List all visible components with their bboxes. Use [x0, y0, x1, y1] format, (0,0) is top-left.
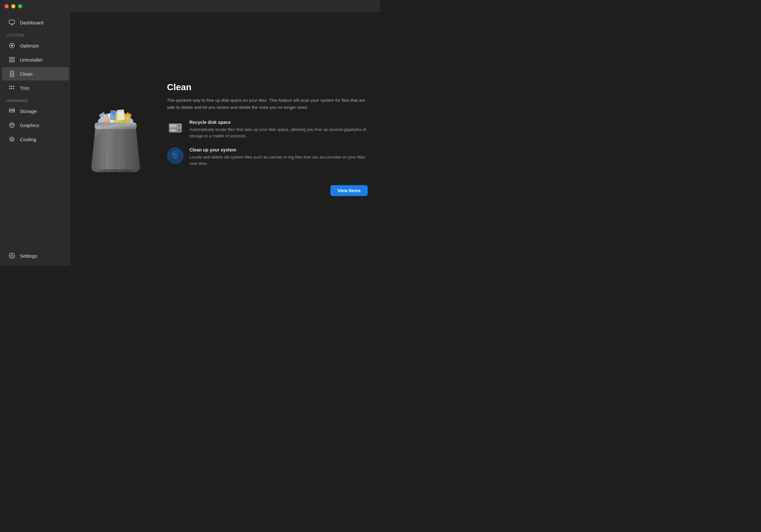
view-items-button[interactable]: View Items: [330, 185, 368, 196]
feature-cleanup: Clean up your system Locate and delete o…: [167, 147, 368, 167]
svg-rect-11: [13, 57, 15, 59]
sidebar: Dashboard Utilities Optimize: [0, 12, 71, 266]
monitor-icon: [8, 19, 16, 26]
recycle-disk-icon: [167, 120, 184, 136]
content-inner: Clean The quickest way to free up disk s…: [84, 82, 368, 196]
sidebar-item-uninstaller-label: Uninstaller: [20, 57, 43, 63]
clean-icon: [8, 70, 16, 77]
page-description: The quickest way to free up disk space o…: [167, 97, 368, 111]
svg-point-25: [13, 111, 14, 112]
sidebar-item-settings[interactable]: Settings: [2, 249, 69, 262]
trim-icon: [8, 84, 16, 91]
cleanup-icon: [167, 147, 184, 164]
svg-rect-38: [110, 110, 117, 120]
svg-point-14: [11, 73, 13, 76]
feature-recycle-title: Recycle disk space: [190, 120, 368, 125]
svg-rect-20: [11, 88, 12, 89]
svg-point-45: [97, 169, 134, 172]
sidebar-item-storage[interactable]: Storage: [2, 104, 69, 118]
svg-rect-23: [9, 111, 15, 112]
feature-cleanup-text: Clean up your system Locate and delete o…: [190, 147, 368, 167]
svg-rect-13: [13, 60, 15, 62]
info-panel: Clean The quickest way to free up disk s…: [167, 82, 368, 196]
svg-point-49: [178, 129, 180, 131]
hardware-section-label: Hardware: [0, 95, 71, 104]
sidebar-item-cooling[interactable]: Cooling: [2, 133, 69, 146]
sidebar-item-trim[interactable]: Trim: [2, 81, 69, 95]
sidebar-item-graphics-label: Graphics: [20, 123, 39, 128]
svg-point-32: [11, 255, 13, 257]
storage-icon: [8, 107, 16, 115]
sidebar-item-graphics[interactable]: Graphics: [2, 118, 69, 132]
svg-point-55: [177, 151, 178, 152]
app-body: Dashboard Utilities Optimize: [0, 12, 380, 266]
sidebar-item-uninstaller[interactable]: Uninstaller: [2, 53, 69, 67]
svg-rect-19: [9, 88, 10, 89]
sidebar-item-optimize-label: Optimize: [20, 43, 39, 48]
sidebar-item-clean-label: Clean: [20, 71, 32, 77]
svg-rect-39: [117, 109, 125, 120]
svg-rect-17: [11, 86, 12, 87]
sidebar-item-optimize[interactable]: Optimize: [2, 39, 69, 52]
svg-rect-50: [170, 125, 176, 127]
svg-point-24: [13, 109, 14, 110]
svg-rect-21: [13, 88, 14, 89]
feature-cleanup-title: Clean up your system: [190, 147, 368, 152]
trash-illustration: [84, 102, 148, 176]
svg-point-28: [10, 124, 11, 125]
main-content: Clean The quickest way to free up disk s…: [71, 12, 380, 266]
svg-rect-12: [10, 60, 12, 62]
optimize-icon: [8, 42, 16, 49]
sidebar-item-storage-label: Storage: [20, 108, 37, 114]
sidebar-item-cooling-label: Cooling: [20, 137, 36, 142]
feature-cleanup-desc: Locate and delete old system files such …: [190, 154, 368, 167]
feature-recycle-text: Recycle disk space Automatically locate …: [190, 120, 368, 139]
graphics-icon: [8, 122, 16, 129]
sidebar-item-settings-label: Settings: [20, 253, 37, 259]
svg-point-27: [11, 124, 13, 127]
svg-point-29: [13, 124, 14, 125]
minimize-button[interactable]: [11, 4, 16, 8]
close-button[interactable]: [5, 4, 9, 8]
svg-rect-51: [170, 129, 176, 131]
cooling-icon: [8, 136, 16, 143]
utilities-section-label: Utilities: [0, 29, 71, 38]
svg-rect-0: [9, 20, 15, 24]
svg-point-48: [178, 125, 180, 127]
sidebar-item-clean[interactable]: Clean: [2, 67, 69, 80]
settings-icon: [8, 252, 16, 259]
feature-recycle-desc: Automatically locate files that take up …: [190, 127, 368, 139]
sidebar-item-trim-label: Trim: [20, 85, 29, 91]
svg-point-26: [10, 123, 15, 128]
uninstaller-icon: [8, 56, 16, 63]
svg-rect-10: [10, 57, 12, 59]
sidebar-item-dashboard-label: Dashboard: [20, 20, 43, 26]
maximize-button[interactable]: [18, 4, 22, 8]
sidebar-item-dashboard[interactable]: Dashboard: [2, 16, 69, 29]
feature-recycle: Recycle disk space Automatically locate …: [167, 120, 368, 139]
trash-icon-wrapper: [84, 102, 148, 176]
divider: [167, 178, 368, 178]
svg-rect-16: [9, 86, 10, 87]
button-row: View Items: [167, 185, 368, 196]
svg-rect-22: [9, 109, 15, 110]
svg-rect-18: [13, 86, 14, 87]
page-title: Clean: [167, 82, 368, 92]
titlebar: [0, 0, 380, 12]
